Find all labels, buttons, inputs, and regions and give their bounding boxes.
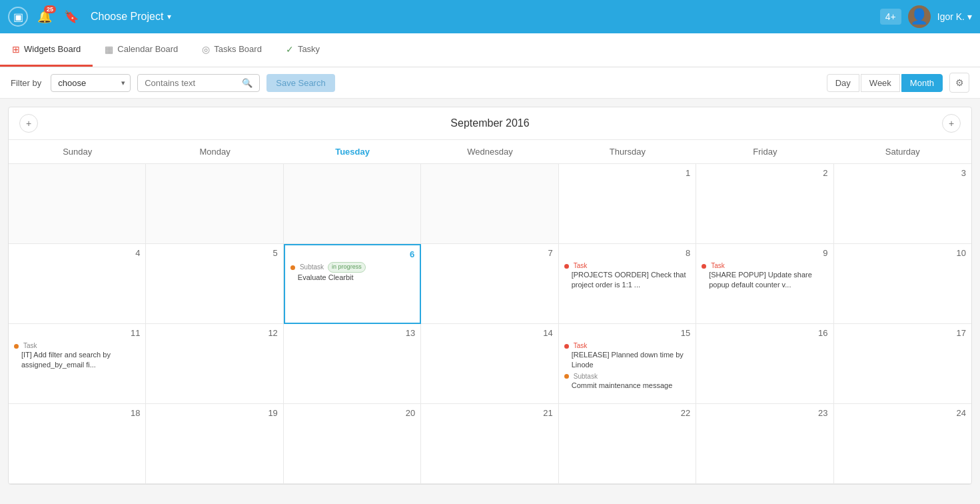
month-view-button[interactable]: Month [901,74,943,92]
date-23: 23 [702,408,827,418]
week-view-button[interactable]: Week [861,74,900,92]
event-text-15b: Commit maintenance message [572,381,690,390]
plus-button[interactable]: 4+ [880,9,901,25]
cell-sep-15: 15 Task [RELEASE] Planned down time by L… [559,324,696,404]
date-9: 9 [702,248,827,258]
cell-sep-9: 9 Task [SHARE POPUP] Update share popup … [696,244,833,324]
tab-calendar-label: Calendar Board [117,44,178,54]
event-type-task-9: Task [711,262,725,269]
filter-select[interactable]: choose [51,74,131,92]
prev-arrow-icon: + [26,118,31,129]
week-2: 4 5 6 Subtask in progress Evaluate Clear… [9,244,971,324]
search-input[interactable] [145,78,238,88]
event-text-clearbit: Evaluate Clearbit [298,273,414,282]
settings-button[interactable]: ⚙ [949,73,969,93]
header-friday: Friday [696,140,833,163]
header-wednesday: Wednesday [421,140,558,163]
event-task-11[interactable]: Task [IT] Add filter and search by assig… [14,341,140,369]
header-monday: Monday [146,140,283,163]
project-dropdown-arrow: ▾ [167,12,171,21]
cell-empty-1 [9,164,146,244]
header-saturday: Saturday [834,140,971,163]
cell-sep-24: 24 [834,404,971,484]
event-task-9[interactable]: Task [SHARE POPUP] Update share popup de… [702,261,827,289]
notification-bell[interactable]: 🔔 25 [35,7,55,27]
header-tuesday: Tuesday [284,140,421,163]
cell-sep-10: 10 [834,244,971,324]
dot-red-15a [564,344,569,349]
cell-sep-7: 7 [421,244,558,324]
date-18: 18 [14,408,140,418]
header-thursday: Thursday [559,140,696,163]
event-text-11: [IT] Add filter and search by assigned_b… [21,350,140,369]
date-19: 19 [151,408,277,418]
username-arrow: ▾ [967,11,972,22]
cell-sep-13: 13 [284,324,421,404]
home-icon[interactable]: ▣ [8,7,28,27]
project-label: Choose Project [91,11,163,23]
cell-empty-3 [284,164,421,244]
date-3: 3 [839,168,966,178]
date-14: 14 [426,328,552,338]
calendar-title: September 2016 [450,117,529,129]
next-month-button[interactable]: + [942,114,961,133]
tab-widgets-label: Widgets Board [24,44,81,54]
cell-sep-16: 16 [696,324,833,404]
event-type-15a: Task [574,342,588,349]
search-icon: 🔍 [242,78,252,88]
days-header: Sunday Monday Tuesday Wednesday Thursday… [9,140,971,164]
date-24: 24 [839,408,966,418]
cell-sep-5: 5 [146,244,283,324]
cell-sep-6: 6 Subtask in progress Evaluate Clearbit [284,244,421,324]
date-4: 4 [14,248,140,258]
date-12: 12 [151,328,277,338]
event-text-15a: [RELEASE] Planned down time by Linode [572,350,690,369]
date-17: 17 [839,328,966,338]
next-arrow-icon: + [949,118,954,129]
date-21: 21 [426,408,552,418]
project-selector[interactable]: Choose Project ▾ [91,11,171,23]
notification-badge: 25 [44,5,56,13]
event-task-15a[interactable]: Task [RELEASE] Planned down time by Lino… [564,341,690,369]
tab-widgets-board[interactable]: ⊞ Widgets Board [0,33,93,67]
date-7: 7 [426,248,552,258]
day-view-button[interactable]: Day [827,74,859,92]
tab-tasky[interactable]: ✓ Tasky [274,33,332,67]
tab-calendar-board[interactable]: ▦ Calendar Board [93,33,190,67]
cell-sep-22: 22 [559,404,696,484]
date-20: 20 [289,408,415,418]
cell-sep-21: 21 [421,404,558,484]
cell-sep-11: 11 Task [IT] Add filter and search by as… [9,324,146,404]
bookmark-icon[interactable]: 🔖 [61,7,81,27]
calendar-nav: + September 2016 + [9,107,971,140]
cell-sep-20: 20 [284,404,421,484]
search-box: 🔍 [137,74,260,92]
event-type-15b: Subtask [574,373,598,380]
inprogress-badge: in progress [328,262,366,273]
cell-sep-1: 1 [559,164,696,244]
week-4: 18 19 20 21 22 23 24 [9,404,971,484]
widgets-icon: ⊞ [12,44,20,55]
tasks-icon: ◎ [202,44,210,55]
prev-month-button[interactable]: + [19,114,38,133]
event-type-task-8: Task [574,262,588,269]
event-subtask-6[interactable]: Subtask in progress Evaluate Clearbit [290,262,414,282]
tab-tasks-label: Tasks Board [214,44,262,54]
dot-red-icon-8 [564,264,569,269]
date-2: 2 [702,168,827,178]
event-task-8[interactable]: Task [PROJECTS OORDER] Check that projec… [564,261,690,289]
save-search-button[interactable]: Save Search [266,74,334,92]
cell-sep-19: 19 [146,404,283,484]
event-text-9: [SHARE POPUP] Update share popup default… [709,270,827,289]
username-dropdown[interactable]: Igor K. ▾ [937,11,972,22]
cell-sep-18: 18 [9,404,146,484]
check-icon: ✓ [286,44,294,55]
view-toggle: Day Week Month [827,74,943,92]
header: ▣ 🔔 25 🔖 Choose Project ▾ 4+ 👤 Igor K. ▾ [0,0,980,33]
date-1: 1 [564,168,690,178]
cell-sep-8: 8 Task [PROJECTS OORDER] Check that proj… [559,244,696,324]
filter-label: Filter by [11,78,41,88]
filter-select-wrapper: choose ▾ [51,74,131,92]
event-subtask-15b[interactable]: Subtask Commit maintenance message [564,371,690,391]
tab-tasks-board[interactable]: ◎ Tasks Board [190,33,274,67]
